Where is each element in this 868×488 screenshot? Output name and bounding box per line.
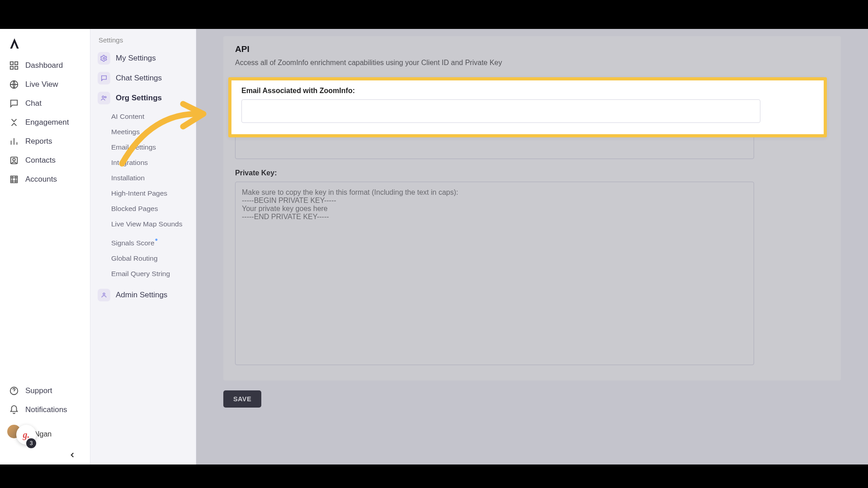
nav-support-label: Support — [25, 386, 52, 395]
nav-reports[interactable]: Reports — [6, 132, 86, 151]
svg-rect-3 — [15, 66, 18, 69]
email-input[interactable] — [241, 99, 760, 123]
settings-group-chat[interactable]: Chat Settings — [95, 68, 191, 88]
private-key-textarea[interactable] — [235, 182, 754, 365]
settings-group-org-label: Org Settings — [116, 94, 162, 103]
svg-point-9 — [103, 57, 105, 59]
settings-group-chat-label: Chat Settings — [116, 74, 162, 83]
save-button-label: SAVE — [233, 395, 251, 403]
engagement-icon — [9, 117, 19, 127]
primary-sidebar: Dashboard Live View Chat Engagement Repo… — [0, 29, 90, 465]
svg-rect-2 — [10, 66, 13, 69]
sub-label: Installation — [111, 174, 145, 182]
nav-reports-label: Reports — [25, 137, 52, 146]
nav-live-view-label: Live View — [25, 80, 58, 89]
user-block[interactable]: g. 3 Ngan — [6, 419, 86, 449]
badge-count: 3 — [30, 440, 33, 446]
sub-email-settings[interactable]: Email Settings — [104, 140, 191, 155]
nav-live-view[interactable]: Live View — [6, 75, 86, 94]
sub-label: AI Content — [111, 113, 144, 120]
sub-installation[interactable]: Installation — [104, 170, 191, 186]
dashboard-icon — [9, 61, 19, 70]
nav-contacts-label: Contacts — [25, 156, 56, 165]
nav-support[interactable]: Support — [6, 381, 86, 400]
chat-bubble-icon — [98, 72, 110, 84]
sub-label: Live View Map Sounds — [111, 220, 182, 228]
nav-engagement[interactable]: Engagement — [6, 113, 86, 132]
nav-dashboard[interactable]: Dashboard — [6, 56, 86, 75]
private-key-label: Private Key: — [235, 169, 829, 177]
highlight-email-label: Email Associated with ZoomInfo: — [241, 87, 814, 95]
accounts-icon — [9, 174, 19, 184]
sub-email-query-string[interactable]: Email Query String — [104, 266, 191, 282]
nav-notifications[interactable]: Notifications — [6, 400, 86, 419]
contacts-icon — [9, 155, 19, 165]
svg-point-10 — [102, 96, 104, 98]
sub-integrations[interactable]: Integrations — [104, 155, 191, 170]
sub-label: Integrations — [111, 159, 148, 166]
chevron-left-icon[interactable] — [68, 451, 76, 459]
api-heading: API — [235, 44, 829, 54]
nav-engagement-label: Engagement — [25, 118, 69, 127]
sub-live-view-sounds[interactable]: Live View Map Sounds — [104, 216, 191, 232]
settings-heading: Settings — [95, 35, 191, 48]
highlight-callout: Email Associated with ZoomInfo: — [228, 77, 827, 137]
org-sub-list: AI Content Meetings Email Settings Integ… — [104, 109, 191, 282]
sub-ai-content[interactable]: AI Content — [104, 109, 191, 124]
chat-icon — [9, 99, 19, 108]
nav-accounts[interactable]: Accounts — [6, 170, 86, 189]
reports-icon — [9, 136, 19, 146]
sub-label: High-Intent Pages — [111, 189, 167, 197]
sub-signals-score[interactable]: Signals Score• — [104, 232, 191, 251]
sub-blocked-pages[interactable]: Blocked Pages — [104, 201, 191, 216]
client-id-input[interactable] — [235, 136, 754, 159]
settings-group-my[interactable]: My Settings — [95, 48, 191, 68]
bell-icon — [9, 405, 19, 415]
settings-group-admin[interactable]: Admin Settings — [95, 285, 191, 305]
api-description: Access all of ZoomInfo enrichment capabi… — [235, 59, 829, 67]
svg-point-6 — [13, 158, 15, 161]
settings-group-admin-label: Admin Settings — [116, 291, 167, 300]
settings-group-org[interactable]: Org Settings — [95, 88, 191, 108]
sub-meetings[interactable]: Meetings — [104, 124, 191, 140]
svg-rect-1 — [15, 62, 18, 65]
save-button[interactable]: SAVE — [223, 390, 261, 408]
settings-group-my-label: My Settings — [116, 54, 156, 63]
sub-label: Global Routing — [111, 254, 158, 262]
globe-icon — [9, 80, 19, 89]
new-indicator-dot: • — [155, 235, 158, 244]
sub-label: Blocked Pages — [111, 205, 158, 212]
svg-point-12 — [103, 293, 105, 295]
settings-sidebar: Settings My Settings Chat Settings Org S… — [90, 29, 196, 465]
sub-label: Email Query String — [111, 270, 170, 277]
svg-rect-0 — [10, 62, 13, 65]
sub-high-intent-pages[interactable]: High-Intent Pages — [104, 186, 191, 201]
brand-logo — [8, 37, 21, 50]
nav-chat-label: Chat — [25, 99, 42, 108]
avatar-stack: g. 3 — [8, 424, 29, 445]
users-icon — [98, 92, 110, 104]
nav-dashboard-label: Dashboard — [25, 61, 63, 70]
svg-point-11 — [105, 96, 106, 98]
sub-global-routing[interactable]: Global Routing — [104, 251, 191, 266]
notification-badge: 3 — [26, 438, 36, 448]
nav-chat[interactable]: Chat — [6, 94, 86, 113]
admin-icon — [98, 289, 110, 301]
gear-icon — [98, 52, 110, 65]
user-name: Ngan — [34, 430, 52, 438]
help-icon — [9, 386, 19, 396]
svg-rect-7 — [11, 176, 18, 183]
org-avatar-text: g. — [23, 430, 30, 440]
nav-contacts[interactable]: Contacts — [6, 151, 86, 170]
nav-accounts-label: Accounts — [25, 175, 57, 184]
sub-label: Signals Score — [111, 239, 155, 247]
sub-label: Email Settings — [111, 143, 156, 151]
nav-notifications-label: Notifications — [25, 405, 67, 414]
sub-label: Meetings — [111, 128, 140, 136]
